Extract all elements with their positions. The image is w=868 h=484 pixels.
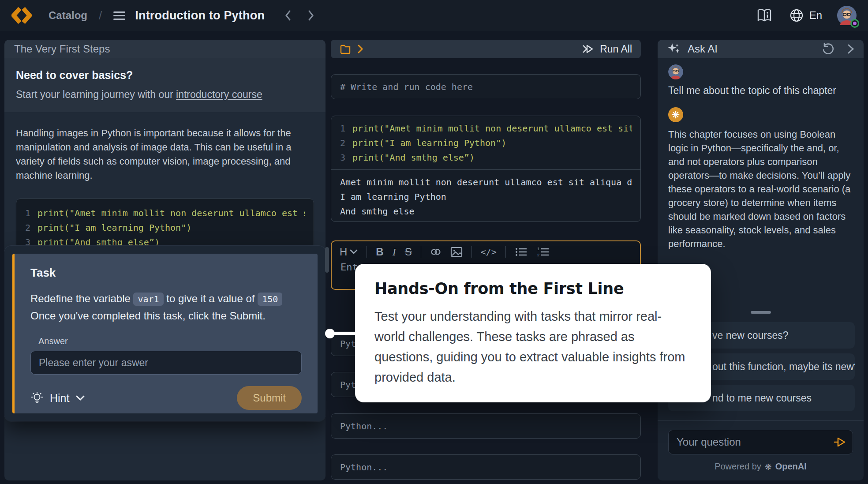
bullet-list-icon[interactable] (515, 246, 528, 258)
basics-text: Start your learning journey with our (16, 89, 176, 100)
numbered-list-icon[interactable]: 1 2 (537, 246, 550, 258)
openai-avatar-icon: ❋ (668, 107, 683, 122)
breadcrumb-separator: / (99, 9, 102, 23)
breadcrumb-catalog[interactable]: Catalog (49, 9, 87, 22)
answer-input[interactable] (30, 351, 302, 375)
question-composer: Powered by ❋ OpenAI (658, 420, 864, 480)
task-card: Task Redefine the variable var1 to give … (12, 254, 318, 413)
cell-output: Amet minim mollit non deserunt ullamco e… (331, 170, 640, 224)
language-selector[interactable]: En (789, 8, 822, 23)
powered-by: Powered by ❋ OpenAI (668, 461, 853, 472)
breadcrumb-chevron-icon (357, 44, 363, 54)
run-all-button[interactable]: Run All (581, 43, 632, 55)
user-message-avatar (668, 64, 683, 79)
chevron-down-icon (75, 395, 85, 401)
prev-chapter-icon[interactable] (283, 9, 293, 22)
onboarding-tooltip: Hands-On from the First Line Test your u… (355, 264, 711, 402)
var-chip: var1 (133, 293, 163, 306)
resize-handle[interactable] (751, 311, 771, 314)
lesson-panel: The Very First Steps Need to cover basic… (4, 40, 326, 480)
run-all-label: Run All (600, 43, 632, 55)
basics-title: Need to cover basics? (16, 69, 314, 82)
achievement-badge (850, 19, 859, 28)
lesson-title: The Very First Steps (14, 43, 110, 55)
introductory-course-link[interactable]: introductory course (176, 89, 262, 100)
user-message: Tell me about the topic of this chapter (668, 85, 853, 97)
cell-code: 1print("Amet minim mollit non deserunt u… (331, 116, 640, 170)
chapters-menu-icon[interactable] (113, 9, 125, 22)
code-line: 1print("Amet minim mollit non deserunt u… (25, 206, 305, 221)
code-line: 2print("I am learning Python") (25, 221, 305, 235)
docs-book-icon[interactable] (756, 8, 772, 23)
tooltip-body: Test your understanding with tasks that … (374, 306, 692, 387)
svg-text:1: 1 (537, 247, 539, 251)
heading-button[interactable]: H (340, 246, 358, 258)
ai-message: This chapter focuses on using Boolean lo… (668, 128, 853, 251)
task-popover: Task Redefine the variable var1 to give … (4, 246, 326, 421)
scratch-code-cell[interactable]: # Write and run code here (331, 74, 641, 99)
scrollbar-thumb[interactable] (325, 247, 329, 273)
chevron-down-icon (350, 249, 358, 255)
send-icon[interactable] (833, 435, 847, 449)
hint-label: Hint (50, 392, 69, 405)
sparkles-icon (666, 41, 681, 56)
collapsed-code-cell[interactable]: Python... (331, 454, 641, 480)
run-all-icon (581, 43, 595, 55)
bold-button[interactable]: B (376, 246, 383, 258)
app-logo-icon[interactable] (11, 6, 32, 25)
code-button[interactable]: </> (481, 247, 497, 257)
task-instruction: Redefine the variable var1 to give it a … (30, 290, 302, 308)
code-output-cell[interactable]: 1print("Amet minim mollit non deserunt u… (331, 116, 641, 222)
ask-ai-header: Ask AI (658, 40, 864, 58)
language-label: En (809, 9, 822, 22)
image-icon[interactable] (450, 246, 463, 258)
ask-ai-panel: Ask AI Tell me about the topic of this c… (658, 40, 864, 480)
link-icon[interactable] (430, 246, 441, 258)
topbar: Catalog / Introduction to Python En (0, 0, 868, 31)
task-title: Task (30, 266, 302, 280)
code-runner-panel: Run All # Write and run code here 1print… (331, 40, 641, 480)
lesson-paragraph: Handling images in Python is important b… (4, 112, 326, 183)
tooltip-anchor-dot (325, 329, 335, 338)
collapse-panel-icon[interactable] (847, 43, 855, 55)
user-avatar[interactable] (837, 6, 857, 25)
runner-header: Run All (331, 40, 641, 58)
openai-logo-icon: ❋ (765, 462, 772, 472)
tooltip-title: Hands-On from the First Line (374, 280, 692, 297)
strikethrough-button[interactable]: S (405, 246, 412, 258)
file-breadcrumb[interactable] (340, 44, 363, 54)
globe-icon (789, 8, 804, 23)
ask-ai-title: Ask AI (688, 43, 718, 55)
question-input[interactable] (668, 430, 853, 454)
lesson-panel-header: The Very First Steps (4, 40, 326, 58)
italic-button[interactable]: I (393, 246, 396, 258)
chat-thread: Tell me about the topic of this chapter … (658, 58, 864, 251)
task-instruction-2: Once you've completed this task, click t… (30, 308, 302, 324)
svg-text:2: 2 (537, 253, 539, 257)
basics-callout: Need to cover basics? Start your learnin… (4, 58, 326, 112)
value-chip: 150 (258, 293, 282, 306)
submit-button[interactable]: Submit (237, 386, 302, 410)
next-chapter-icon[interactable] (306, 9, 316, 22)
page-title: Introduction to Python (135, 9, 265, 23)
collapsed-code-cell[interactable]: Python... (331, 413, 641, 439)
hint-toggle[interactable]: Hint (30, 391, 85, 405)
reset-chat-icon[interactable] (821, 42, 834, 56)
folder-icon (340, 44, 351, 54)
editor-toolbar: H B I S </> (332, 241, 640, 259)
lightbulb-icon (30, 391, 44, 405)
answer-label: Answer (38, 336, 302, 346)
